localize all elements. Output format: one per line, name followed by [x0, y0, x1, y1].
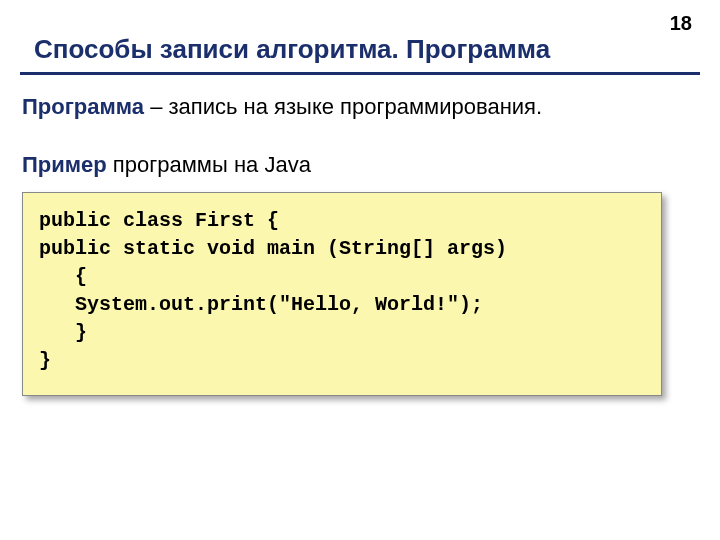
code-content: public class First { public static void … — [39, 207, 645, 375]
example-line: Пример программы на Java — [22, 150, 311, 180]
example-text: программы на Java — [107, 152, 311, 177]
page-number: 18 — [670, 12, 692, 35]
code-box: public class First { public static void … — [22, 192, 662, 396]
definition-text: – запись на языке программирования. — [144, 94, 542, 119]
definition-term: Программа — [22, 94, 144, 119]
title-underline — [20, 72, 700, 75]
slide: 18 Способы записи алгоритма. Программа П… — [0, 0, 720, 540]
slide-title: Способы записи алгоритма. Программа — [34, 34, 550, 65]
example-term: Пример — [22, 152, 107, 177]
definition-line: Программа – запись на языке программиров… — [22, 92, 542, 122]
